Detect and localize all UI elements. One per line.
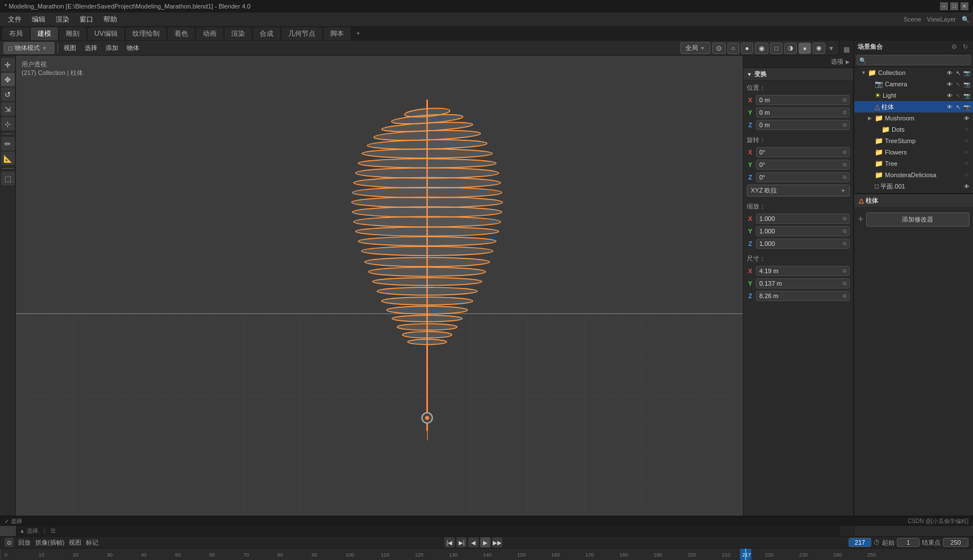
outliner-item-plane005[interactable]: □ 平面.005 👁 <box>854 192 973 193</box>
scale-x-input[interactable]: 1.000 ⧉ <box>756 214 850 224</box>
dim-x-input[interactable]: 4.19 m ⧉ <box>756 266 850 276</box>
plane001-eye[interactable]: 👁 <box>963 183 971 190</box>
dim-z-input[interactable]: 8.26 m ⧉ <box>756 291 850 301</box>
rot-y-input[interactable]: 0° ⧉ <box>756 160 850 170</box>
tree-eye[interactable]: 👁 <box>963 161 971 167</box>
tab-compositing[interactable]: 合成 <box>253 27 280 40</box>
shading-render[interactable]: ◉ <box>813 43 825 54</box>
tool-rotate[interactable]: ↺ <box>1 87 15 101</box>
zhuti-select[interactable]: ↖ <box>954 104 962 110</box>
timeline-view[interactable]: 视图 <box>69 538 81 547</box>
zhuti-render[interactable]: 📷 <box>963 104 971 110</box>
pos-z-input[interactable]: 0 m ⧉ <box>756 120 850 130</box>
header-view[interactable]: 视图 <box>61 43 79 53</box>
scale-x-copy[interactable]: ⧉ <box>843 216 846 222</box>
outliner-item-monstera[interactable]: 📁 MonsteraDeliciosa 👁 <box>854 169 973 181</box>
timeline-markers[interactable]: 标记 <box>86 538 98 547</box>
outliner-item-dots[interactable]: 📁 Dots 👁 <box>854 124 973 135</box>
tool-annotate[interactable]: ✏ <box>1 137 15 151</box>
close-button[interactable]: ✕ <box>960 2 968 10</box>
tab-geometry-nodes[interactable]: 几何节点 <box>281 27 322 40</box>
scale-z-copy[interactable]: ⧉ <box>843 241 846 247</box>
minimize-button[interactable]: − <box>940 2 948 10</box>
pos-z-copy[interactable]: ⧉ <box>843 122 846 128</box>
timeline-keying[interactable]: 抓像(插帧) <box>35 538 64 547</box>
tool-box-select[interactable]: ⬚ <box>1 172 15 185</box>
overlay-toggle[interactable]: ● <box>741 43 753 54</box>
proportional-edit[interactable]: ⊙ <box>712 43 726 54</box>
outliner-item-treestump[interactable]: 📁 TreeStump 👁 <box>854 135 973 147</box>
play-next-frame[interactable]: ▶▶ <box>492 537 502 548</box>
global-local-toggle[interactable]: 全局 ▼ <box>680 42 710 54</box>
mode-selector[interactable]: □ 物体模式 ▼ <box>3 42 55 54</box>
rot-x-input[interactable]: 0° ⧉ <box>756 147 850 157</box>
collection-render[interactable]: 📷 <box>963 70 971 76</box>
outliner-item-light[interactable]: ☀ Light 👁 ↖ 📷 <box>854 90 973 101</box>
tab-layout[interactable]: 布局 <box>2 27 30 40</box>
monstera-eye[interactable]: 👁 <box>963 172 971 178</box>
outliner-item-camera[interactable]: 📷 Camera 👁 ↖ 📷 <box>854 78 973 90</box>
timeline-playback[interactable]: 回放 <box>18 538 31 547</box>
tab-scripting[interactable]: 脚本 <box>323 27 351 40</box>
rotation-mode-dropdown[interactable]: XYZ 欧拉 ▼ <box>747 185 850 197</box>
start-frame-input[interactable]: 1 <box>897 538 920 547</box>
snap-toggle[interactable]: ○ <box>727 43 739 54</box>
tab-sculpt[interactable]: 雕刻 <box>59 27 86 40</box>
play-button[interactable]: ▶ <box>480 537 490 548</box>
header-object[interactable]: 物体 <box>124 43 142 53</box>
camera-eye[interactable]: 👁 <box>946 81 954 87</box>
tool-transform[interactable]: ⊹ <box>1 117 15 131</box>
light-select[interactable]: ↖ <box>954 93 962 99</box>
view-layer-selector[interactable]: ViewLayer <box>927 16 956 23</box>
outliner-item-zhuti[interactable]: △ 柱体 👁 ↖ 📷 <box>854 101 973 112</box>
viewport[interactable]: 用户透视 (217) Collection | 柱体 Z X Y <box>16 56 839 525</box>
dim-z-copy[interactable]: ⧉ <box>843 293 846 299</box>
pos-x-input[interactable]: 0 m ⧉ <box>756 95 850 105</box>
tab-shading[interactable]: 着色 <box>168 27 195 40</box>
menu-item-file[interactable]: 文件 <box>3 14 26 26</box>
menu-item-help[interactable]: 帮助 <box>99 14 122 26</box>
outliner-item-collection[interactable]: ▼ 📁 Collection 👁 ↖ 📷 <box>854 67 973 78</box>
menu-item-edit[interactable]: 编辑 <box>27 14 50 26</box>
xray-toggle[interactable]: ◉ <box>755 43 768 54</box>
tool-scale[interactable]: ⇲ <box>1 102 15 116</box>
tool-cursor[interactable]: ✛ <box>1 58 15 72</box>
current-frame-input[interactable]: 217 <box>849 538 871 547</box>
scene-selector[interactable]: Scene <box>904 16 921 23</box>
scale-y-copy[interactable]: ⧉ <box>843 228 846 235</box>
n-panel-collapse[interactable]: ▶ <box>846 59 850 65</box>
dim-y-copy[interactable]: ⧉ <box>843 281 846 287</box>
pos-y-copy[interactable]: ⧉ <box>843 110 846 116</box>
header-add[interactable]: 添加 <box>103 43 121 53</box>
maximize-button[interactable]: □ <box>950 2 958 10</box>
transform-section-header[interactable]: ▼ 变换 <box>743 68 853 81</box>
menu-item-render[interactable]: 渲染 <box>51 14 74 26</box>
light-render[interactable]: 📷 <box>963 93 971 99</box>
tab-render[interactable]: 渲染 <box>224 27 252 40</box>
collection-eye[interactable]: 👁 <box>946 70 954 76</box>
outliner-sync-icon[interactable]: ↻ <box>960 43 970 51</box>
outliner-item-flowers[interactable]: 📁 Flowers 👁 <box>854 147 973 158</box>
end-frame-input[interactable]: 250 <box>943 538 968 547</box>
rot-z-input[interactable]: 0° ⧉ <box>756 172 850 182</box>
play-prev-frame[interactable]: ◀ <box>468 537 479 548</box>
dim-x-copy[interactable]: ⧉ <box>843 268 846 274</box>
play-last-frame[interactable]: ▶| <box>456 537 467 548</box>
scale-y-input[interactable]: 1.000 ⧉ <box>756 226 850 236</box>
tab-animation[interactable]: 动画 <box>196 27 223 40</box>
tool-measure[interactable]: 📐 <box>1 152 15 165</box>
outliner-filter-icon[interactable]: ⚙ <box>950 43 959 51</box>
camera-select[interactable]: ↖ <box>954 81 962 87</box>
outliner-item-tree[interactable]: 📁 Tree 👁 <box>854 158 973 169</box>
tool-move[interactable]: ✥ <box>1 73 15 86</box>
scale-z-input[interactable]: 1.000 ⧉ <box>756 239 850 249</box>
rot-y-copy[interactable]: ⧉ <box>843 162 846 168</box>
shading-wire[interactable]: □ <box>770 43 783 54</box>
treestump-eye[interactable]: 👁 <box>963 138 971 144</box>
outliner-item-plane001[interactable]: □ 平面.001 👁 <box>854 181 973 192</box>
outliner-item-mushroom[interactable]: ▶ 📁 Mushroom 👁 <box>854 112 973 124</box>
rot-x-copy[interactable]: ⧉ <box>843 149 846 156</box>
rot-z-copy[interactable]: ⧉ <box>843 174 846 181</box>
dim-y-input[interactable]: 0.137 m ⧉ <box>756 278 850 289</box>
menu-item-window[interactable]: 窗口 <box>75 14 98 26</box>
